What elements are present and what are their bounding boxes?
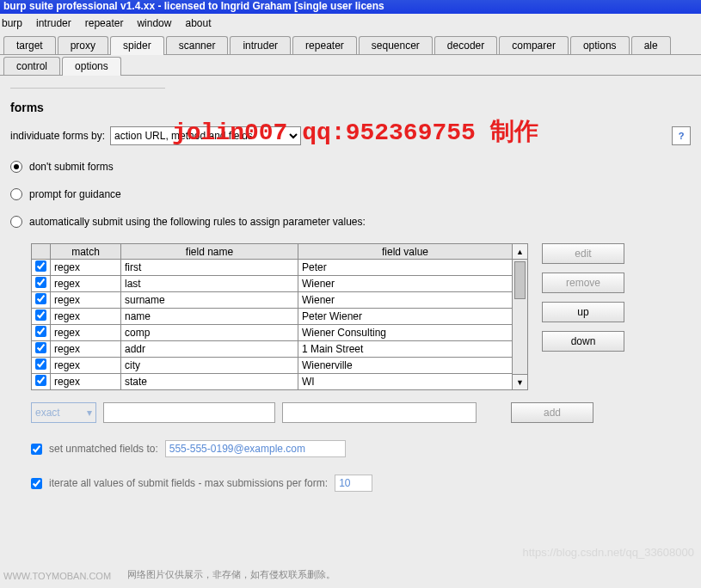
radio-label: don't submit forms bbox=[29, 161, 114, 173]
add-value-input[interactable] bbox=[282, 402, 477, 423]
main-tab-row: target proxy spider scanner intruder rep… bbox=[0, 34, 701, 55]
rules-table: match field name field value regexfirstP… bbox=[31, 243, 513, 390]
radio-auto[interactable]: automatically submit using the following… bbox=[10, 216, 691, 228]
cell-match: regex bbox=[51, 325, 121, 341]
chevron-down-icon: ▾ bbox=[87, 407, 92, 419]
radio-icon bbox=[10, 188, 22, 200]
table-row[interactable]: regexcityWienerville bbox=[32, 358, 513, 374]
tab-decoder[interactable]: decoder bbox=[434, 36, 497, 54]
row-checkbox[interactable] bbox=[35, 326, 46, 337]
cell-match: regex bbox=[51, 309, 121, 325]
table-row[interactable]: regexlastWiener bbox=[32, 276, 513, 292]
row-checkbox[interactable] bbox=[35, 342, 46, 353]
row-checkbox[interactable] bbox=[35, 375, 46, 386]
iterate-label: iterate all values of submit fields - ma… bbox=[49, 477, 328, 489]
cell-value: Peter bbox=[298, 260, 513, 276]
cell-value: Wiener Consulting bbox=[298, 325, 513, 341]
cell-match: regex bbox=[51, 292, 121, 309]
individuate-select[interactable]: action URL, method and fields bbox=[110, 126, 301, 145]
cell-value: Wienerville bbox=[298, 358, 513, 374]
iterate-row: iterate all values of submit fields - ma… bbox=[31, 475, 691, 492]
table-row[interactable]: regexfirstPeter bbox=[32, 260, 513, 276]
cell-value: Peter Wiener bbox=[298, 309, 513, 325]
cell-match: regex bbox=[51, 276, 121, 292]
cell-name: first bbox=[121, 260, 298, 276]
tab-alerts[interactable]: ale bbox=[631, 36, 671, 54]
row-checkbox[interactable] bbox=[35, 293, 46, 304]
row-checkbox[interactable] bbox=[35, 309, 46, 321]
scroll-thumb[interactable] bbox=[514, 261, 526, 299]
menu-window[interactable]: window bbox=[137, 17, 171, 29]
col-value[interactable]: field value bbox=[298, 244, 513, 260]
row-checkbox[interactable] bbox=[35, 358, 46, 370]
menu-burp[interactable]: burp bbox=[2, 17, 22, 29]
cell-match: regex bbox=[51, 374, 121, 390]
radio-prompt[interactable]: prompt for guidance bbox=[10, 188, 691, 200]
match-type-select[interactable]: exact ▾ bbox=[31, 402, 96, 423]
edit-button[interactable]: edit bbox=[542, 243, 624, 264]
cell-name: city bbox=[121, 358, 298, 374]
cell-name: surname bbox=[121, 292, 298, 309]
section-title-forms: forms bbox=[10, 101, 691, 114]
side-buttons: edit remove up down bbox=[542, 243, 624, 390]
table-row[interactable]: regexnamePeter Wiener bbox=[32, 309, 513, 325]
cell-value: WI bbox=[298, 374, 513, 390]
table-scrollbar[interactable]: ▲ ▼ bbox=[513, 243, 528, 390]
col-name[interactable]: field name bbox=[121, 244, 298, 260]
unmatched-input[interactable] bbox=[165, 440, 346, 457]
tab-spider[interactable]: spider bbox=[110, 36, 164, 55]
csdn-watermark: https://blog.csdn.net/qq_33608000 bbox=[523, 546, 695, 559]
individuate-row: individuate forms by: action URL, method… bbox=[10, 126, 691, 145]
footer-note: 网络图片仅供展示，非存储，如有侵权联系删除。 bbox=[127, 568, 335, 581]
cell-match: regex bbox=[51, 358, 121, 374]
cell-value: 1 Main Street bbox=[298, 341, 513, 358]
row-checkbox[interactable] bbox=[35, 277, 46, 288]
subtab-control[interactable]: control bbox=[3, 57, 60, 75]
down-button[interactable]: down bbox=[542, 331, 624, 352]
up-button[interactable]: up bbox=[542, 302, 624, 322]
content-panel: forms individuate forms by: action URL, … bbox=[0, 76, 701, 504]
tab-options[interactable]: options bbox=[570, 36, 630, 54]
footer-site: WWW.TOYMOBAN.COM bbox=[3, 571, 111, 581]
unmatched-checkbox[interactable] bbox=[31, 444, 42, 455]
table-row[interactable]: regexstateWI bbox=[32, 374, 513, 390]
radio-icon bbox=[10, 216, 22, 228]
title-bar: burp suite professional v1.4.xx - licens… bbox=[0, 0, 701, 14]
scroll-up-icon[interactable]: ▲ bbox=[513, 244, 527, 260]
unmatched-label: set unmatched fields to: bbox=[49, 443, 158, 455]
add-button[interactable]: add bbox=[511, 402, 593, 423]
menu-repeater[interactable]: repeater bbox=[85, 17, 124, 29]
tab-target[interactable]: target bbox=[3, 36, 56, 54]
tab-scanner[interactable]: scanner bbox=[166, 36, 229, 54]
cell-name: addr bbox=[121, 341, 298, 358]
tab-repeater[interactable]: repeater bbox=[292, 36, 357, 54]
tab-sequencer[interactable]: sequencer bbox=[359, 36, 433, 54]
tab-comparer[interactable]: comparer bbox=[499, 36, 569, 54]
remove-button[interactable]: remove bbox=[542, 273, 624, 293]
row-checkbox[interactable] bbox=[35, 260, 46, 272]
help-button[interactable]: ? bbox=[672, 126, 691, 145]
table-row[interactable]: regexaddr1 Main Street bbox=[32, 341, 513, 358]
radio-dont-submit[interactable]: don't submit forms bbox=[10, 161, 691, 173]
subtab-options[interactable]: options bbox=[62, 57, 121, 76]
add-name-input[interactable] bbox=[103, 402, 275, 423]
scroll-down-icon[interactable]: ▼ bbox=[513, 374, 527, 389]
unmatched-row: set unmatched fields to: bbox=[31, 440, 691, 457]
table-row[interactable]: regexsurnameWiener bbox=[32, 292, 513, 309]
iterate-checkbox[interactable] bbox=[31, 478, 42, 489]
cell-name: last bbox=[121, 276, 298, 292]
menu-about[interactable]: about bbox=[185, 17, 211, 29]
col-check[interactable] bbox=[32, 244, 51, 260]
menu-intruder[interactable]: intruder bbox=[36, 17, 71, 29]
cell-match: regex bbox=[51, 341, 121, 358]
col-match[interactable]: match bbox=[51, 244, 121, 260]
rules-area: match field name field value regexfirstP… bbox=[31, 243, 691, 390]
iterate-input[interactable] bbox=[335, 475, 372, 492]
scroll-track[interactable] bbox=[513, 260, 527, 374]
table-row[interactable]: regexcompWiener Consulting bbox=[32, 325, 513, 341]
cell-name: comp bbox=[121, 325, 298, 341]
tab-proxy[interactable]: proxy bbox=[58, 36, 108, 54]
tab-intruder[interactable]: intruder bbox=[230, 36, 291, 54]
cell-match: regex bbox=[51, 260, 121, 276]
sub-tab-row: control options bbox=[0, 55, 701, 76]
